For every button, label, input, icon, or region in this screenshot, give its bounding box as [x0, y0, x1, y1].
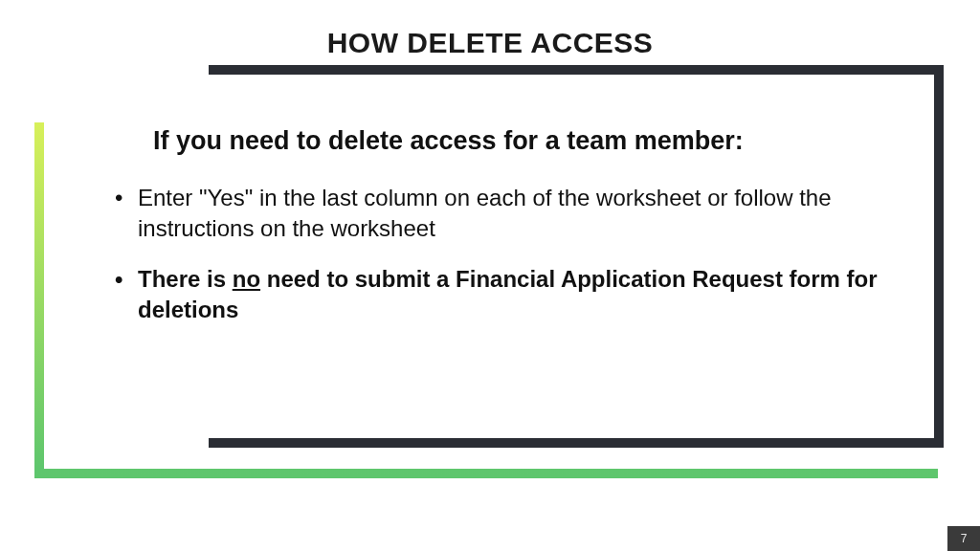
bullet-text-pre: There is [138, 266, 233, 292]
bullet-text: Enter "Yes" in the last column on each o… [138, 185, 832, 241]
content-area: If you need to delete access for a team … [115, 126, 890, 345]
bullet-item: There is no need to submit a Financial A… [115, 264, 890, 326]
subheading: If you need to delete access for a team … [153, 126, 890, 156]
page-number: 7 [947, 526, 980, 551]
bullet-list: Enter "Yes" in the last column on each o… [115, 183, 890, 326]
bullet-text-underline: no [233, 266, 260, 292]
bullet-item: Enter "Yes" in the last column on each o… [115, 183, 890, 245]
slide-title: HOW DELETE ACCESS [0, 27, 980, 59]
